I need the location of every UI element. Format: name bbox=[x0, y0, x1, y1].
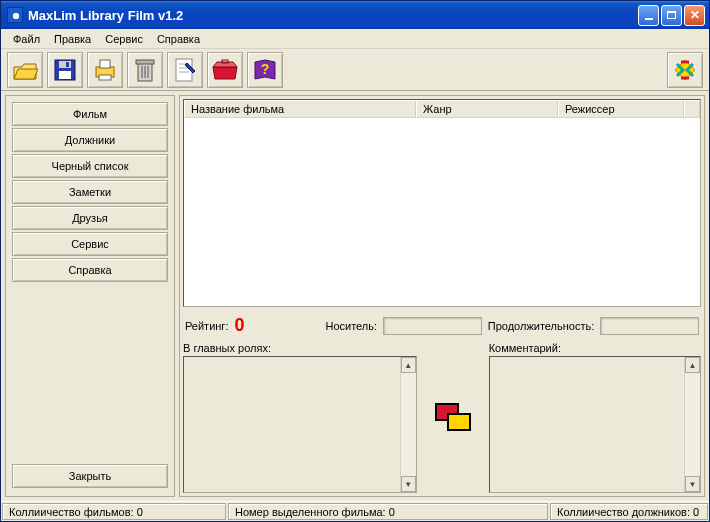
app-icon bbox=[7, 7, 23, 23]
sidebar-item-help[interactable]: Справка bbox=[12, 258, 168, 282]
delete-button[interactable] bbox=[127, 52, 163, 88]
titlebar: MaxLim Library Film v1.2 bbox=[1, 1, 709, 29]
window-title: MaxLim Library Film v1.2 bbox=[28, 8, 638, 23]
comment-textarea[interactable]: ▲ ▼ bbox=[489, 356, 701, 493]
status-films: Коллиичество фильмов: 0 bbox=[2, 503, 226, 520]
media-label: Носитель: bbox=[325, 320, 377, 332]
folder-open-icon bbox=[12, 59, 38, 81]
minimize-button[interactable] bbox=[638, 5, 659, 26]
toolbox-button[interactable] bbox=[207, 52, 243, 88]
grid-body[interactable] bbox=[184, 118, 700, 306]
toolbox-icon bbox=[211, 59, 239, 81]
media-field bbox=[383, 317, 482, 335]
scroll-up-icon[interactable]: ▲ bbox=[685, 357, 700, 373]
sidebar: Фильм Должники Черный список Заметки Дру… bbox=[5, 95, 175, 497]
sidebar-item-service[interactable]: Сервис bbox=[12, 232, 168, 256]
col-genre[interactable]: Жанр bbox=[416, 100, 558, 118]
logo-icon bbox=[671, 56, 699, 84]
window-buttons bbox=[638, 5, 705, 26]
rating-label: Рейтинг: bbox=[185, 320, 228, 332]
notepad-icon bbox=[173, 57, 197, 83]
body: Фильм Должники Черный список Заметки Дру… bbox=[1, 91, 709, 501]
duration-field bbox=[600, 317, 699, 335]
sidebar-item-notes[interactable]: Заметки bbox=[12, 180, 168, 204]
help-book-icon: ? bbox=[252, 58, 278, 82]
maximize-button[interactable] bbox=[661, 5, 682, 26]
status-debtors: Коллиичество должников: 0 bbox=[550, 503, 708, 520]
statusbar: Коллиичество фильмов: 0 Номер выделенног… bbox=[1, 501, 709, 521]
main-panel: Название фильма Жанр Режиссер Рейтинг: 0… bbox=[179, 95, 705, 497]
grid-header: Название фильма Жанр Режиссер bbox=[184, 100, 700, 118]
svg-rect-8 bbox=[136, 60, 154, 64]
logo-button[interactable] bbox=[667, 52, 703, 88]
info-row: Рейтинг: 0 Носитель: Продолжительность: bbox=[183, 315, 701, 336]
svg-rect-1 bbox=[59, 61, 71, 68]
close-app-button[interactable]: Закрыть bbox=[12, 464, 168, 488]
floppy-icon bbox=[53, 58, 77, 82]
scrollbar[interactable]: ▲ ▼ bbox=[400, 357, 416, 492]
svg-rect-2 bbox=[59, 71, 71, 79]
print-button[interactable] bbox=[87, 52, 123, 88]
scroll-down-icon[interactable]: ▼ bbox=[685, 476, 700, 492]
sidebar-item-film[interactable]: Фильм bbox=[12, 102, 168, 126]
svg-rect-6 bbox=[99, 75, 111, 80]
cast-label: В главных ролях: bbox=[183, 342, 417, 354]
duration-label: Продолжительность: bbox=[488, 320, 594, 332]
toolbar: ? bbox=[1, 49, 709, 91]
scroll-down-icon[interactable]: ▼ bbox=[401, 476, 416, 492]
help-button[interactable]: ? bbox=[247, 52, 283, 88]
film-clip-icon bbox=[433, 401, 473, 435]
menu-file[interactable]: Файл bbox=[7, 31, 46, 47]
close-button[interactable] bbox=[684, 5, 705, 26]
scroll-up-icon[interactable]: ▲ bbox=[401, 357, 416, 373]
scrollbar[interactable]: ▲ ▼ bbox=[684, 357, 700, 492]
col-title[interactable]: Название фильма bbox=[184, 100, 416, 118]
comment-label: Комментарий: bbox=[489, 342, 701, 354]
trash-icon bbox=[134, 57, 156, 83]
bottom-row: В главных ролях: ▲ ▼ Комментарий: bbox=[183, 342, 701, 493]
menubar: Файл Правка Сервис Справка bbox=[1, 29, 709, 49]
menu-service[interactable]: Сервис bbox=[99, 31, 149, 47]
col-director[interactable]: Режиссер bbox=[558, 100, 684, 118]
svg-rect-5 bbox=[100, 60, 110, 68]
open-button[interactable] bbox=[7, 52, 43, 88]
svg-rect-3 bbox=[66, 62, 69, 67]
rating-value: 0 bbox=[234, 315, 284, 336]
edit-button[interactable] bbox=[167, 52, 203, 88]
cast-textarea[interactable]: ▲ ▼ bbox=[183, 356, 417, 493]
status-selected: Номер выделенного фильма: 0 bbox=[228, 503, 548, 520]
menu-help[interactable]: Справка bbox=[151, 31, 206, 47]
save-button[interactable] bbox=[47, 52, 83, 88]
sidebar-item-debtors[interactable]: Должники bbox=[12, 128, 168, 152]
printer-icon bbox=[92, 58, 118, 82]
film-grid[interactable]: Название фильма Жанр Режиссер bbox=[183, 99, 701, 307]
col-spacer bbox=[684, 100, 700, 118]
svg-text:?: ? bbox=[261, 61, 270, 77]
menu-edit[interactable]: Правка bbox=[48, 31, 97, 47]
sidebar-item-blacklist[interactable]: Черный список bbox=[12, 154, 168, 178]
sidebar-item-friends[interactable]: Друзья bbox=[12, 206, 168, 230]
